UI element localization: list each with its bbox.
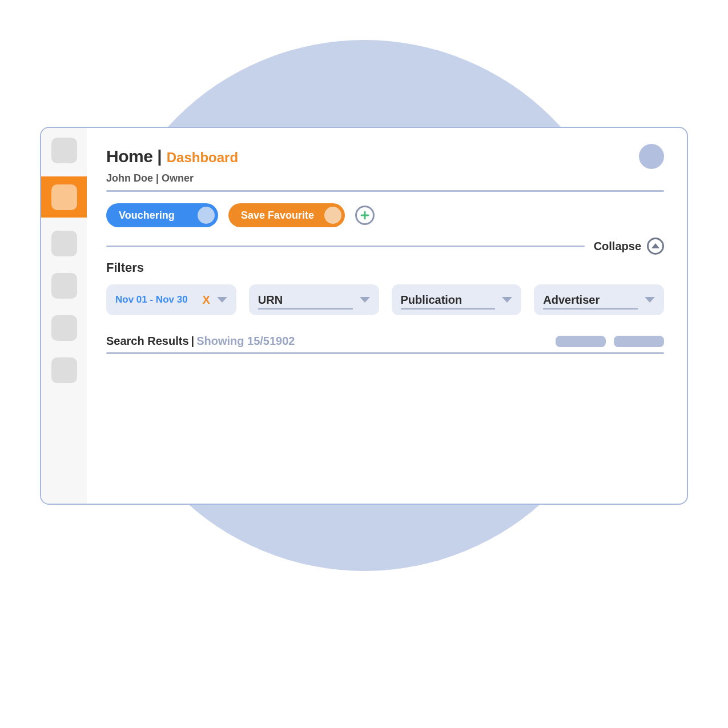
filters-heading: Filters xyxy=(106,260,664,275)
divider-2 xyxy=(106,352,664,354)
filter-publication[interactable]: Publication xyxy=(392,284,522,315)
vouchering-toggle-dot xyxy=(198,207,215,224)
chevron-up-icon xyxy=(651,243,659,248)
filter-advertiser[interactable]: Advertiser xyxy=(534,284,664,315)
results-showing: Showing 15/51902 xyxy=(196,335,295,348)
page-title: Home | Dashboard xyxy=(106,147,238,166)
results-row: Search Results | Showing 15/51902 xyxy=(106,335,664,348)
filter-underline xyxy=(258,308,353,309)
sidebar-item-4[interactable] xyxy=(51,273,77,299)
user-subtitle: John Doe | Owner xyxy=(106,172,664,184)
filter-urn-label: URN xyxy=(258,293,283,307)
sidebar-item-6[interactable] xyxy=(51,357,77,383)
collapse-button[interactable] xyxy=(647,238,664,255)
results-action-2[interactable] xyxy=(614,336,664,347)
results-action-1[interactable] xyxy=(556,336,606,347)
save-favourite-label: Save Favourite xyxy=(241,210,314,222)
vouchering-toggle[interactable]: Vouchering xyxy=(106,203,218,227)
header-row: Home | Dashboard xyxy=(106,144,664,169)
chevron-down-icon xyxy=(360,297,370,303)
sidebar-item-5[interactable] xyxy=(51,315,77,341)
filter-date-value: Nov 01 - Nov 30 xyxy=(115,294,188,305)
chevron-down-icon xyxy=(217,297,227,303)
divider-1 xyxy=(106,190,664,192)
chevron-down-icon xyxy=(502,297,512,303)
title-home: Home xyxy=(106,147,152,166)
vouchering-label: Vouchering xyxy=(119,210,175,222)
filter-underline xyxy=(543,308,638,309)
filter-publication-label: Publication xyxy=(401,293,462,307)
filter-underline xyxy=(401,308,496,309)
sidebar-item-3[interactable] xyxy=(51,231,77,256)
filter-advertiser-label: Advertiser xyxy=(543,293,600,307)
chips-row: Vouchering Save Favourite xyxy=(106,203,664,227)
collapse-label: Collapse xyxy=(594,240,641,253)
results-pipe: | xyxy=(191,335,195,348)
sidebar-item-2-icon xyxy=(51,184,77,210)
save-favourite-toggle[interactable]: Save Favourite xyxy=(228,203,345,227)
plus-icon xyxy=(360,210,370,220)
avatar[interactable] xyxy=(639,144,664,169)
filter-date-range[interactable]: Nov 01 - Nov 30 X xyxy=(106,284,236,315)
collapse-divider xyxy=(106,246,585,247)
app-window: Home | Dashboard John Doe | Owner Vouche… xyxy=(40,127,688,505)
title-dashboard: Dashboard xyxy=(167,150,238,166)
results-actions xyxy=(556,336,664,347)
save-favourite-toggle-dot xyxy=(324,207,341,224)
main-content: Home | Dashboard John Doe | Owner Vouche… xyxy=(87,128,687,504)
title-pipe: | xyxy=(157,147,162,166)
sidebar-item-1[interactable] xyxy=(51,138,77,163)
filters-row: Nov 01 - Nov 30 X URN Publication Advert… xyxy=(106,284,664,315)
add-button[interactable] xyxy=(355,206,375,225)
sidebar xyxy=(41,128,87,504)
filter-urn[interactable]: URN xyxy=(249,284,379,315)
sidebar-item-2-active[interactable] xyxy=(41,176,87,218)
results-label: Search Results xyxy=(106,335,189,348)
filter-date-clear[interactable]: X xyxy=(202,293,210,307)
chevron-down-icon xyxy=(645,297,655,303)
collapse-row: Collapse xyxy=(106,238,664,255)
